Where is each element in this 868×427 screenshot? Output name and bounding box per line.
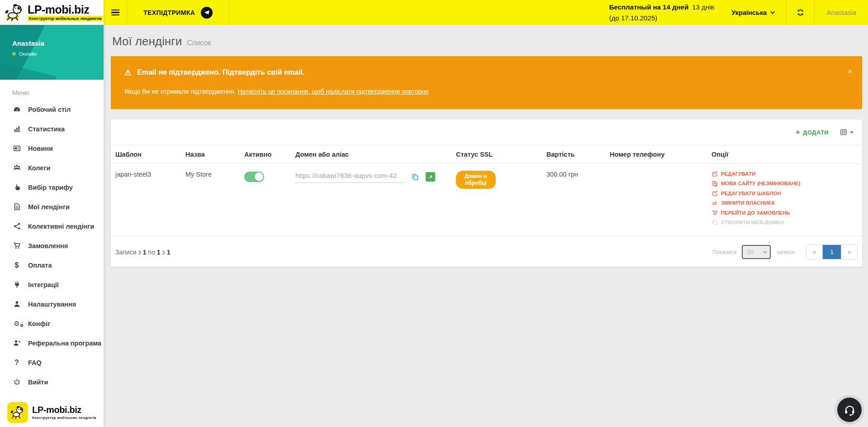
domain-input[interactable] [295, 171, 404, 183]
sidebar-item-orders[interactable]: Замовлення [0, 236, 104, 255]
chevron-down-icon [763, 249, 767, 253]
sidebar-item-label: Інтеграції [28, 281, 59, 288]
sidebar-item-integrations[interactable]: Інтеграції [0, 275, 104, 294]
sidebar-item-news[interactable]: Новини [0, 139, 104, 158]
page-header: Мої лендінги Список [112, 34, 862, 48]
col-template: Шаблон [111, 145, 181, 164]
sidebar-item-label: Конфіг [28, 320, 50, 327]
colleagues-icon [12, 164, 21, 172]
topbar-username[interactable]: Anastasia [815, 0, 868, 25]
brand-tagline: Конструктор мобільних лендінгів [32, 416, 96, 420]
hand-pointer-icon [12, 183, 21, 191]
news-icon [12, 144, 21, 152]
topbar-right: Бесплатный на 14 дней13 днів (до 17.10.2… [609, 0, 868, 25]
dashboard-icon [12, 106, 21, 113]
sidebar-menu: Робочий стіл Статистика Новини Колеги Ви… [0, 100, 104, 392]
dog-mascot-icon [7, 402, 28, 423]
option-change-owner-link[interactable]: ⇄ ЗМІНИТИ ВЛАСНИКА [711, 200, 858, 206]
landings-table: Шаблон Назва Активно Домен або аліас Ста… [111, 145, 862, 236]
caret-down-icon [850, 131, 854, 134]
table-footer: Записи з 1 по 1 з 1 Показати 20 записи «… [111, 236, 862, 267]
chevron-down-icon [770, 10, 775, 14]
question-icon: ? [12, 359, 21, 366]
language-label: Українська [731, 9, 767, 16]
brand-name: LP-mobi.biz [28, 4, 103, 15]
copy-icon[interactable] [411, 173, 419, 181]
warning-icon: ⚠ [124, 69, 131, 77]
option-site-language-link[interactable]: A МОВА САЙТУ (НЕЗМІНЮВАНЕ) [711, 181, 858, 187]
col-ssl-status: Статус SSL [451, 145, 542, 164]
pagination-page-1[interactable]: 1 [823, 245, 841, 259]
active-toggle[interactable] [244, 172, 264, 182]
table-row: japan-steel3 My Store [111, 164, 862, 236]
refresh-button[interactable] [787, 0, 814, 25]
table-grid-icon [840, 129, 848, 136]
sidebar: LP-mobi.biz Конструктор мобильных лендин… [0, 0, 104, 427]
refresh-icon [797, 9, 804, 16]
page-size-select[interactable]: 20 [742, 245, 771, 259]
sidebar-item-label: Колеги [28, 164, 50, 172]
brand-name: LP-mobi.biz [32, 405, 96, 415]
sidebar-item-tariff[interactable]: Вибір тарифу [0, 178, 104, 197]
sidebar-item-statistics[interactable]: Статистика [0, 119, 104, 139]
page-title: Мої лендінги [112, 34, 182, 48]
hamburger-menu-button[interactable] [104, 0, 127, 25]
telegram-icon [201, 7, 213, 19]
topbar: ТЕХПІДТРИМКА Бесплатный на 14 дней13 дні… [104, 0, 868, 25]
pagination-prev-button[interactable]: « [806, 245, 823, 259]
support-chat-button[interactable] [835, 395, 864, 425]
user-profile-panel: Anastasia Онлайн [0, 25, 104, 80]
col-domain: Домен або аліас [291, 145, 451, 164]
alert-title-text: Email не підтверджено. Підтвердіть свій … [137, 68, 304, 77]
pagination-next-button[interactable]: » [841, 245, 857, 259]
menu-section-label: Меню [12, 89, 104, 96]
sidebar-item-referral[interactable]: Реферальна програма [0, 333, 104, 353]
sidebar-item-collective-landings[interactable]: Колективні лендінги [0, 216, 104, 236]
sidebar-item-logout[interactable]: Вийти [0, 372, 104, 392]
plus-icon: + [796, 128, 800, 136]
close-icon[interactable]: × [848, 67, 853, 76]
option-go-to-orders-link[interactable]: ПЕРЕЙТИ ДО ЗАМОВЛЕНЬ [711, 210, 858, 216]
clone-icon [711, 220, 718, 225]
sidebar-item-label: FAQ [28, 359, 42, 366]
sidebar-item-dashboard[interactable]: Робочий стіл [0, 100, 104, 119]
brand-logo-top[interactable]: LP-mobi.biz Конструктор мобильных лендин… [0, 0, 104, 25]
cart-icon [12, 242, 21, 249]
hamburger-icon [111, 10, 119, 16]
sidebar-item-label: Реферальна програма [28, 340, 101, 347]
add-landing-button[interactable]: + ДОДАТИ [796, 129, 829, 136]
online-status-dot [12, 52, 16, 56]
trial-days-left: 13 днів [692, 3, 714, 11]
dog-mascot-icon [4, 3, 25, 22]
sidebar-item-faq[interactable]: ? FAQ [0, 353, 104, 372]
option-edit-template-link[interactable]: РЕДАГУВАТИ ШАБЛОН [711, 190, 858, 196]
cell-phone [605, 164, 707, 236]
col-active: Активно [240, 145, 291, 164]
exchange-icon: ⇄ [711, 200, 718, 206]
show-label: Показати [712, 249, 737, 255]
brand-logo-bottom[interactable]: LP-mobi.biz Конструктор мобільних лендін… [0, 398, 104, 427]
language-selector[interactable]: Українська [719, 0, 786, 25]
cell-price: 300.00 грн [542, 164, 605, 236]
col-options: Опції [707, 145, 862, 164]
resend-confirmation-link[interactable]: Натисніть це посилання, щоб надіслати пі… [237, 88, 428, 95]
cell-template: japan-steel3 [111, 164, 181, 236]
sidebar-item-payment[interactable]: $ Оплата [0, 255, 104, 275]
sidebar-item-config[interactable]: ⚙⚙ Конфіг [0, 314, 104, 333]
online-status-label: Онлайн [19, 51, 37, 57]
user-plus-icon [12, 339, 21, 347]
trial-info: Бесплатный на 14 дней13 днів (до 17.10.2… [609, 0, 719, 25]
option-create-web-domain-link: СТВОРИТИ WEB-ДОМЕН [711, 220, 858, 225]
pagination: « 1 » [806, 245, 858, 259]
open-site-icon[interactable] [426, 172, 435, 182]
table-view-dropdown-button[interactable] [840, 129, 854, 136]
col-name: Назва [181, 145, 240, 164]
option-edit-link[interactable]: РЕДАГУВАТИ [711, 171, 858, 177]
cell-options: РЕДАГУВАТИ A МОВА САЙТУ (НЕЗМІНЮВАНЕ) [707, 164, 862, 236]
sidebar-item-my-landings[interactable]: Мої лендінги [0, 197, 104, 216]
sidebar-item-settings[interactable]: Налаштування [0, 294, 104, 314]
tech-support-button[interactable]: ТЕХПІДТРИМКА [127, 0, 229, 25]
file-icon [12, 203, 21, 211]
sidebar-item-colleagues[interactable]: Колеги [0, 158, 104, 178]
landings-card: + ДОДАТИ Шаблон Назва Активно Доме [111, 120, 862, 267]
